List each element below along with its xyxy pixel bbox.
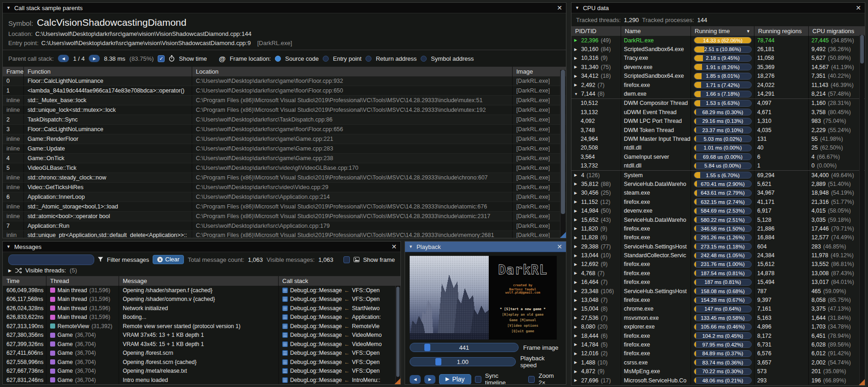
expand-icon[interactable]: ▶ [574,74,579,78]
col-running-regions[interactable]: Running regions [754,26,809,36]
cpu-row[interactable]: ▶15,652(43)ServiceHub.DataWareho580.22 m… [571,215,865,224]
play-button[interactable]: ▶ Play [439,374,471,385]
expand-icon[interactable]: ▶ [574,226,579,231]
cpu-row[interactable]: ▶10,316(9)Tracy.exe2.18 s (9.45%)11,0585… [571,54,865,63]
callstack-icon[interactable] [282,306,288,311]
callstack-icon[interactable] [282,323,288,329]
cpu-row[interactable]: ▶11,152(12)firefox.exe632.15 ms (2.74%)4… [571,197,865,206]
cpu-row[interactable]: ▶29,388(77)ServiceHub.SettingsHost273.15… [571,242,865,251]
expand-icon[interactable]: ▶ [574,325,579,329]
collapse-icon[interactable]: ▼ [574,92,579,96]
expand-icon[interactable]: ▶ [574,271,579,275]
expand-threads-icon[interactable]: ▶ [8,268,11,273]
expand-icon[interactable]: ▶ [574,65,579,69]
cpu-row[interactable]: ▼7,144(8)dwm.exe1.66 s (7.18%)14,2918,21… [571,89,865,98]
cpu-row[interactable]: ▶15,004(8)chrome.exe147 ms (0.64%)7,1613… [571,305,865,313]
cpu-row[interactable]: 13,732ntdll.dll5.84 us (0.00%)10(0.00%) [571,161,865,170]
callstack-row[interactable]: 4Game::OnTickC:\Users\wolf\Desktop\darkr… [3,154,566,163]
callstack-icon[interactable] [282,368,288,374]
expand-icon[interactable]: ▶ [574,38,579,42]
collapse-icon[interactable]: ▼ [575,6,579,10]
radio-entry-point[interactable] [323,56,329,62]
callstack-icon[interactable] [282,332,288,338]
expand-icon[interactable]: ▶ [574,236,579,240]
cpu-row[interactable]: ▶12,016(2)firefox.exe84.89 ms (0.37%)6,5… [571,349,865,358]
cpu-row[interactable]: ▶18,444(6)firefox.exe104.2 ms (0.45%)8,1… [571,331,865,340]
message-row[interactable]: 627,380,356nsGame(36,704)VRAM 37x45: 13 … [3,331,400,340]
cpu-row[interactable]: ▶11,828(6)firefox.exe291.26 ms (1.26%)16… [571,233,865,242]
callstack-icon[interactable] [282,296,288,302]
col-running-time[interactable]: Running time▼ [691,26,754,36]
callstack-row[interactable]: 3Floor::CalcLightNoLuminanceC:\Users\wol… [3,125,566,134]
zoom-2x-checkbox[interactable] [528,376,535,383]
cpu-row[interactable]: ▶12,692(9)firefox.exe231.76 ms (1.00%)15… [571,260,865,269]
expand-icon[interactable]: ▶ [574,56,579,60]
col-pid-tid[interactable]: PID/TID [571,26,621,36]
cpu-row[interactable]: 10,512DWM Compositor Thread1.53 s (6.63%… [571,98,865,108]
col-name[interactable]: Name [621,26,691,36]
message-row[interactable]: 606,117,568nsMain thread(31,596)Opening … [3,295,400,304]
cpu-row[interactable]: ▶22,396(49)DarkRL.exe14.33 s (62.06%)78,… [571,36,865,45]
sync-timeline-checkbox[interactable] [475,376,481,383]
cpu-row[interactable]: ▶35,812(88)ServiceHub.DataWareho670.41 m… [571,179,865,188]
cpu-scrollbar[interactable] [859,35,864,385]
expand-icon[interactable]: ▶ [574,352,579,356]
cpu-row[interactable]: 4,092DWM LPC Port Thread29.16 ms (0.13%)… [571,117,865,126]
expand-icon[interactable]: ▶ [574,218,579,222]
cpu-row[interactable]: ▶30,160(84)ScriptedSandbox64.exe2.51 s (… [571,45,865,53]
next-stack-button[interactable]: ▶ [89,55,100,62]
cpu-row[interactable]: ▶31,340(75)devenv.exe1.91 s (8.26%)35,36… [571,63,865,71]
callstack-row[interactable]: 1<lambda_84a19dc444fae966ca174e83e708bdc… [3,86,566,96]
cpu-row[interactable]: ▶14,984(50)devenv.exe584.69 ms (2.53%)6,… [571,206,865,215]
close-icon[interactable]: ✕ [391,243,397,250]
cpu-row[interactable]: 20,508ntdll.dll1.01 ms (0.00%)4025(62.50… [571,144,865,152]
callstack-row[interactable]: 2TaskDispatch::SyncC:\Users\wolf\Desktop… [3,115,566,125]
message-row[interactable]: 627,399,326nsGame(36,704)VRAM 43x45: 15 … [3,340,400,349]
cpu-row[interactable]: ▶13,048(7)firefox.exe154.28 ms (0.67%)9,… [571,295,865,304]
cpu-row[interactable]: 24,964DWM Master Input Thread5.03 ms (0.… [571,134,865,143]
radio-symbol-address[interactable] [421,56,427,62]
cpu-row[interactable]: ▶34,412(18)ScriptedSandbox64.exe1.85 s (… [571,72,865,81]
resize-grip[interactable] [859,379,865,385]
message-row[interactable]: 627,411,606nsGame(36,704)Opening /forest… [3,349,400,358]
radio-source-code[interactable] [275,56,281,62]
cpu-row[interactable]: 13,132uDWM Event Thread68.29 ms (0.30%)4… [571,108,865,116]
expand-icon[interactable]: ▶ [574,254,579,258]
cpu-row[interactable]: ▶4(126)System1.55 s (6.70%)69,29434,400(… [571,171,865,179]
message-row[interactable]: 627,831,246nsGame(36,704)Intro menu load… [3,375,400,385]
expand-icon[interactable]: ▶ [574,289,579,293]
cpu-row[interactable]: ▶4,872(9)MsMpEng.exe70.22 ms (0.30%)5732… [571,367,865,375]
clear-button[interactable]: x Clear [153,255,184,264]
cpu-row[interactable]: ▶11,820(9)firefox.exe346.58 ms (1.50%)21… [571,224,865,233]
expand-icon[interactable]: ▶ [574,360,579,364]
cpu-row[interactable]: ▶16,464(7)firefox.exe187 ms (0.81%)15,49… [571,278,865,287]
expand-icon[interactable]: ▶ [574,47,579,52]
callstack-scrollbar[interactable] [560,70,565,237]
callstack-row[interactable]: inlinestd::_Atomic_storage<bool,1>::load… [3,202,566,212]
callstack-icon[interactable] [282,314,288,320]
callstack-row[interactable]: 0Floor::CalcLightNoLuminanceC:\Users\wol… [3,76,566,86]
expand-icon[interactable]: ▶ [574,370,579,374]
cpu-row[interactable]: ▶2,492(7)firefox.exe1.71 s (7.42%)24,022… [571,81,865,89]
expand-icon[interactable]: ▶ [574,173,579,177]
callstack-row[interactable]: inlinestd::unique_lock<std::mutex>::lock… [3,105,566,115]
expand-icon[interactable]: ▶ [574,244,579,248]
cpu-row[interactable]: ▶23,348(106)ServiceHub.SettingsHost158.0… [571,287,865,295]
expand-icon[interactable]: ▶ [574,334,579,338]
cpu-row[interactable]: 3,564GameInput server69.68 us (0.00%)64(… [571,152,865,161]
expand-icon[interactable]: ▶ [574,342,579,347]
callstack-row[interactable]: inlinestd::chrono::steady_clock::nowC:\P… [3,173,566,183]
expand-icon[interactable]: ▶ [574,83,579,87]
message-row[interactable]: 626,024,328nsMain thread(31,596)Network … [3,304,400,313]
cpu-row[interactable]: ▶13,044(10)StandardCollector.Servic242.4… [571,251,865,260]
expand-icon[interactable]: ▶ [574,182,579,186]
message-row[interactable]: 606,049,398nsMain thread(31,596)Opening … [3,286,400,295]
callstack-row[interactable]: inlineVideo::GetTicksHiResC:\Users\wolf\… [3,183,566,192]
cpu-row[interactable]: ▶14,784(5)firefox.exe97.95 ms (0.42%)6,7… [571,340,865,349]
callstack-icon[interactable] [282,288,288,293]
callstack-row[interactable]: 5VideoGLBase::TickC:\Users\wolf\Desktop\… [3,163,566,173]
speed-slider[interactable]: 1.00 [410,357,516,366]
radio-return-address[interactable] [365,56,371,62]
message-row[interactable]: 626,833,622nsMain thread(31,596)Booting.… [3,313,400,322]
expand-icon[interactable]: ▶ [574,200,579,204]
